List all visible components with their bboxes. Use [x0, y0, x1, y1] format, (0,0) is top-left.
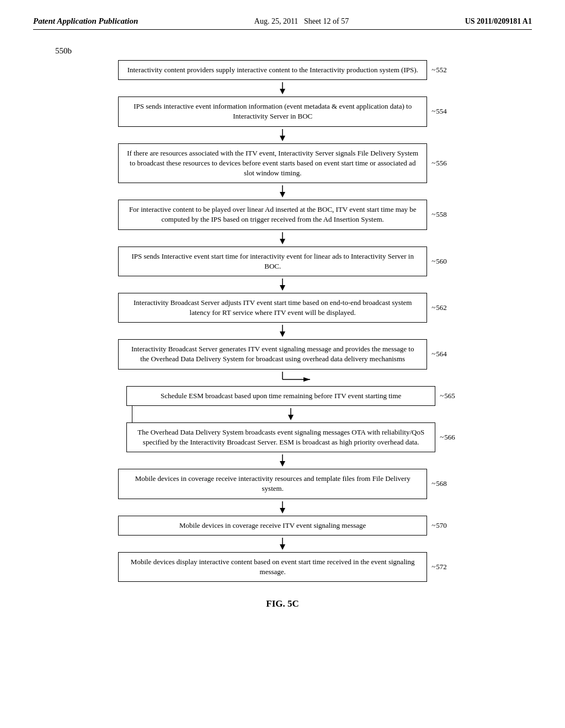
step-box-566: The Overhead Data Delivery System broadc… [126, 422, 435, 452]
step-row-568: Mobile devices in coverage receive inter… [39, 469, 526, 499]
step-row-570: Mobile devices in coverage receive ITV e… [39, 516, 526, 536]
publication-date: Aug. 25, 2011 Sheet 12 of 57 [254, 17, 349, 26]
step-row-554: IPS sends interactive event information … [39, 97, 526, 126]
ref-552: 552 [431, 66, 447, 74]
ref-560: 560 [431, 257, 447, 266]
step-box-556: If there are resources associated with t… [118, 143, 427, 184]
svg-marker-20 [280, 508, 285, 513]
ref-565: 565 [440, 392, 455, 400]
step-row-558: For interactive content to be played ove… [39, 200, 526, 229]
step-row-566: The Overhead Data Delivery System broadc… [120, 422, 462, 452]
arrow-552-554 [128, 80, 437, 97]
page-header: Patent Application Publication Aug. 25, … [33, 17, 532, 30]
ref-566: 566 [440, 433, 455, 442]
svg-marker-11 [280, 331, 285, 337]
arrow-562-564 [128, 323, 437, 339]
ref-564: 564 [431, 350, 447, 358]
ref-558: 558 [431, 210, 447, 219]
step-box-560: IPS sends Interactive event start time f… [118, 247, 427, 276]
flow-chart: Interactivity content providers supply i… [39, 60, 526, 582]
svg-marker-18 [280, 461, 285, 467]
svg-marker-16 [288, 415, 294, 420]
svg-marker-3 [280, 136, 285, 141]
svg-marker-14 [303, 377, 310, 382]
svg-marker-22 [280, 544, 285, 550]
arrow-568-570 [128, 499, 437, 516]
patent-number: US 2011/0209181 A1 [465, 17, 532, 26]
fig-label: FIG. 5C [266, 598, 299, 609]
arrow-560-562 [128, 276, 437, 293]
arrow-565-566 [136, 406, 445, 422]
step-row-572: Mobile devices display interactive conte… [39, 552, 526, 582]
ref-572: 572 [431, 563, 447, 571]
ref-554: 554 [431, 107, 447, 116]
arrow-564-group [128, 370, 437, 386]
step-box-554: IPS sends interactive event information … [118, 97, 427, 126]
step-box-552: Interactivity content providers supply i… [118, 60, 427, 80]
arrow-566-568 [128, 452, 437, 469]
ref-562: 562 [431, 303, 447, 312]
diagram-label: 550b [55, 46, 72, 56]
step-row-552: Interactivity content providers supply i… [39, 60, 526, 80]
ref-570: 570 [431, 521, 447, 530]
step-row-560: IPS sends Interactive event start time f… [39, 247, 526, 276]
step-box-568: Mobile devices in coverage receive inter… [118, 469, 427, 499]
step-row-564: Interactivity Broadcast Server generates… [39, 339, 526, 369]
arrow-558-560 [128, 230, 437, 247]
step-box-564: Interactivity Broadcast Server generates… [118, 339, 427, 369]
step-row-565: Schedule ESM broadcast based upon time r… [120, 386, 462, 406]
sub-group-container: Schedule ESM broadcast based upon time r… [120, 386, 462, 453]
step-box-570: Mobile devices in coverage receive ITV e… [118, 516, 427, 536]
svg-marker-9 [280, 285, 285, 291]
svg-marker-7 [280, 239, 285, 244]
ref-568: 568 [431, 479, 447, 488]
publication-title: Patent Application Publication [33, 17, 138, 26]
step-box-562: Interactivity Broadcast Server adjusts I… [118, 293, 427, 323]
step-box-565: Schedule ESM broadcast based upon time r… [126, 386, 435, 406]
arrow-554-556 [128, 127, 437, 143]
ref-556: 556 [431, 159, 447, 168]
step-box-558: For interactive content to be played ove… [118, 200, 427, 229]
svg-marker-1 [280, 89, 285, 94]
arrow-570-572 [128, 536, 437, 552]
step-row-556: If there are resources associated with t… [39, 143, 526, 184]
svg-marker-5 [280, 192, 285, 197]
step-row-562: Interactivity Broadcast Server adjusts I… [39, 293, 526, 323]
step-box-572: Mobile devices display interactive conte… [118, 552, 427, 582]
arrow-556-558 [128, 183, 437, 200]
diagram-area: 550b Interactivity content providers sup… [33, 46, 532, 609]
